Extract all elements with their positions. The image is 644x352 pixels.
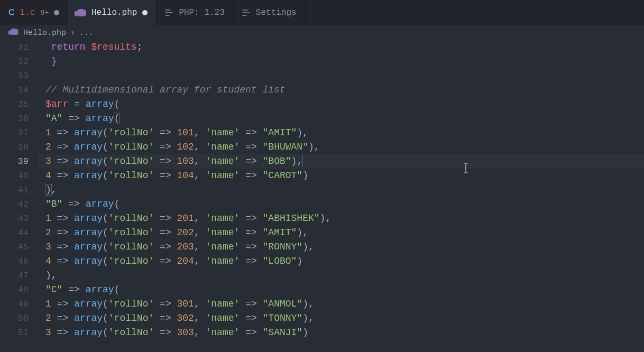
line-number: 33	[0, 69, 29, 83]
line-number: 37	[0, 126, 29, 140]
line-number: 45	[0, 240, 29, 254]
text-cursor	[302, 155, 302, 167]
line-number: 50	[0, 311, 29, 326]
code-line[interactable]: ),	[38, 268, 644, 283]
code-line[interactable]: 3 => array('rollNo' => 203, 'name' => "R…	[38, 240, 644, 254]
bars-icon	[165, 9, 173, 16]
breadcrumb-file: Hello.php	[23, 29, 66, 38]
code-line[interactable]: 2 => array('rollNo' => 202, 'name' => "A…	[38, 226, 644, 240]
code-line[interactable]: 4 => array('rollNo' => 104, 'name' => "C…	[38, 169, 644, 183]
code-line[interactable]: 1 => array('rollNo' => 101, 'name' => "A…	[38, 126, 644, 140]
line-number: 48	[0, 283, 29, 297]
breadcrumb-sep: ›	[70, 29, 75, 38]
tab-php-ver[interactable]: PHP: 1.23	[157, 0, 233, 25]
code-line[interactable]: 3 => array('rollNo' => 303, 'name' => "S…	[38, 326, 644, 340]
tab-badge: 9+	[40, 9, 49, 17]
code-line[interactable]: 2 => array('rollNo' => 302, 'name' => "T…	[38, 311, 644, 326]
code-line[interactable]: 1 => array('rollNo' => 201, 'name' => "A…	[38, 211, 644, 226]
line-number: 49	[0, 297, 29, 311]
line-number: 44	[0, 226, 29, 240]
code-line[interactable]: "A" => array(	[38, 112, 644, 126]
elephant-icon	[77, 9, 86, 16]
code-line[interactable]: }	[38, 54, 644, 69]
tab-label: Hello.php	[91, 8, 137, 17]
breadcrumb[interactable]: Hello.php › ...	[0, 25, 644, 40]
line-number: 39	[0, 154, 29, 169]
line-number: 51	[0, 326, 29, 340]
tab-settings[interactable]: Settings	[234, 0, 306, 25]
line-number: 36	[0, 112, 29, 126]
line-number: 35	[0, 97, 29, 112]
line-number: 47	[0, 268, 29, 283]
code-line[interactable]: ),	[38, 183, 644, 197]
code-line[interactable]: 3 => array('rollNo' => 103, 'name' => "B…	[38, 154, 644, 169]
tab-hello-php[interactable]: Hello.php	[68, 0, 157, 25]
breadcrumb-rest: ...	[79, 29, 94, 38]
line-number: 31	[0, 40, 29, 54]
line-number: 40	[0, 169, 29, 183]
line-number: 43	[0, 211, 29, 226]
editor[interactable]: 31 32 33 34 35 36 37 38 39 40 41 42 43 4…	[0, 40, 644, 352]
code-line[interactable]: return $results;	[38, 40, 644, 54]
modified-dot-icon	[142, 10, 148, 15]
tab-label: PHP: 1.23	[179, 8, 224, 17]
line-number: 38	[0, 140, 29, 154]
line-number: 32	[0, 54, 29, 69]
code-line[interactable]	[38, 69, 644, 83]
tab-bar: C 1.c 9+ Hello.php PHP: 1.23 Settings	[0, 0, 644, 25]
code-area[interactable]: return $results; } // Multidimensional a…	[38, 40, 644, 352]
bars-icon	[242, 9, 251, 16]
gutter: 31 32 33 34 35 36 37 38 39 40 41 42 43 4…	[0, 40, 38, 352]
elephant-icon	[10, 28, 19, 38]
code-line[interactable]: // Multidimensional array for student li…	[38, 83, 644, 97]
code-line[interactable]: $arr = array(	[38, 97, 644, 112]
line-number: 42	[0, 197, 29, 211]
line-number: 34	[0, 83, 29, 97]
c-lang-icon: C	[8, 8, 15, 17]
code-line[interactable]: "B" => array(	[38, 197, 644, 211]
tab-1c[interactable]: C 1.c 9+	[0, 0, 68, 25]
modified-dot-icon	[54, 10, 59, 15]
code-line[interactable]: 1 => array('rollNo' => 301, 'name' => "A…	[38, 297, 644, 311]
tab-label: Settings	[256, 8, 297, 17]
line-number: 46	[0, 254, 29, 268]
code-line[interactable]: 4 => array('rollNo' => 204, 'name' => "L…	[38, 254, 644, 268]
line-number: 41	[0, 183, 29, 197]
code-line[interactable]: 2 => array('rollNo' => 102, 'name' => "B…	[38, 140, 644, 154]
code-line[interactable]: "C" => array(	[38, 283, 644, 297]
tab-label: 1.c	[20, 8, 35, 17]
